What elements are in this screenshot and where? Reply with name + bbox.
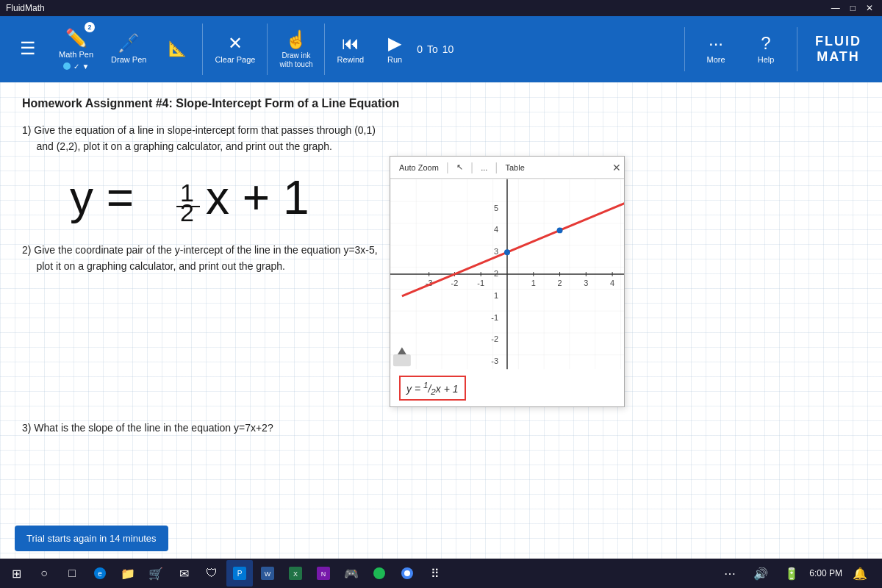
svg-text:W: W: [265, 570, 271, 578]
window-controls: — □ ✕: [828, 3, 876, 13]
eraser-icon: 📐: [168, 40, 187, 57]
pen-dropdown: ▼: [82, 62, 90, 71]
start-button[interactable]: ⊞: [3, 560, 29, 587]
taskbar-battery[interactable]: 🔋: [778, 560, 805, 587]
sep3: [324, 24, 325, 75]
draw-ink-icon: ☝️: [285, 29, 307, 50]
taskbar-file-explorer[interactable]: 📁: [115, 560, 141, 587]
run-icon: ▶: [388, 33, 401, 54]
svg-point-12: [404, 570, 410, 576]
fluid-math-logo: FLUID MATH: [806, 34, 870, 65]
math-pen-label: Math Pen: [59, 50, 93, 60]
question-3: 3) What is the slope of the line in the …: [22, 422, 860, 434]
app-title: FluidMath: [6, 3, 45, 13]
y-label-n3: -3: [491, 356, 498, 365]
draw-ink-label: Draw inkwith touch: [279, 51, 312, 69]
handwritten-equation-svg: y = 1 2 x + 1: [66, 161, 316, 227]
graph-sep3: |: [495, 161, 498, 174]
auto-zoom-button[interactable]: Auto Zoom: [393, 162, 445, 173]
y-label-5: 5: [494, 204, 498, 212]
eraser-button[interactable]: 📐: [155, 16, 199, 82]
spotify-icon: [373, 567, 386, 580]
taskbar-mail[interactable]: ✉: [171, 560, 197, 587]
graph-toolbar: Auto Zoom | ↖ | ... | Table ✕: [390, 157, 624, 179]
taskbar-paint[interactable]: P: [226, 560, 253, 587]
page-area: Homework Assignment #4: Slope-Intercept …: [0, 82, 882, 559]
x-label-n1: -1: [477, 279, 484, 287]
sep2: [267, 24, 268, 75]
taskbar-onenote[interactable]: N: [310, 560, 337, 587]
draw-ink-button[interactable]: ☝️ Draw inkwith touch: [270, 16, 321, 82]
edge-icon: e: [93, 567, 107, 580]
draw-pen-button[interactable]: 🖊️ Draw Pen: [102, 16, 155, 82]
trial-banner: Trial starts again in 14 minutes: [15, 526, 168, 551]
svg-point-10: [373, 567, 385, 579]
taskbar-word[interactable]: W: [254, 560, 281, 587]
minimize-button[interactable]: —: [828, 3, 843, 13]
equation-display-area: y = 1/2x + 1: [390, 370, 624, 406]
taskbar-edge[interactable]: e: [87, 560, 113, 587]
y-label-n1: -1: [491, 313, 498, 322]
taskbar-search[interactable]: ○: [31, 560, 57, 587]
svg-text:P: P: [237, 570, 243, 578]
eq-denominator: 2: [180, 198, 194, 226]
taskbar-volume[interactable]: 🔊: [747, 560, 774, 587]
rewind-button[interactable]: ⏮ Rewind: [328, 16, 373, 82]
taskbar-security[interactable]: 🛡: [198, 560, 225, 587]
clear-page-button[interactable]: ✕ Clear Page: [206, 16, 264, 82]
help-button[interactable]: ? Help: [744, 30, 788, 68]
maximize-button[interactable]: □: [847, 3, 858, 13]
notification-button[interactable]: 🔔: [847, 560, 873, 587]
taskbar-spotify[interactable]: [366, 560, 392, 587]
math-pen-button[interactable]: 2 ✏️ Math Pen ✓ ▼: [50, 16, 102, 82]
expand-btn[interactable]: [393, 354, 411, 366]
svg-text:e: e: [98, 570, 102, 578]
graph-more-button[interactable]: ...: [475, 162, 493, 173]
sep4: [684, 27, 685, 71]
counter-display: 0 To 10: [417, 16, 453, 82]
taskbar: ⊞ ○ □ e 📁 🛒 ✉ 🛡 P W X N 🎮: [0, 559, 882, 588]
excel-icon: X: [289, 567, 302, 580]
time-display: 6:00 PM: [809, 568, 842, 578]
onenote-icon: N: [317, 567, 330, 580]
more-label: More: [706, 55, 725, 65]
graph-close-button[interactable]: ✕: [612, 162, 621, 173]
counter-end: 10: [442, 43, 454, 55]
menu-icon: ☰: [20, 38, 36, 59]
y-label-1: 1: [494, 291, 498, 300]
draw-pen-icon: 🖊️: [118, 33, 140, 54]
clear-page-label: Clear Page: [215, 55, 255, 65]
menu-button[interactable]: ☰: [6, 16, 50, 82]
word-icon: W: [261, 567, 274, 580]
table-button[interactable]: Table: [499, 162, 530, 173]
counter-to: To: [427, 43, 438, 55]
more-button[interactable]: ··· More: [694, 30, 738, 68]
taskbar-taskview[interactable]: □: [59, 560, 85, 587]
close-button[interactable]: ✕: [863, 3, 876, 13]
taskbar-network[interactable]: ⋯: [717, 560, 743, 587]
eq-x-plus-1: x + 1: [206, 171, 309, 224]
taskbar-apps[interactable]: ⠿: [422, 560, 448, 587]
math-pen-badge: 2: [85, 22, 95, 32]
taskbar-excel[interactable]: X: [282, 560, 309, 587]
run-button[interactable]: ▶ Run: [373, 16, 417, 82]
cursor-mode-button[interactable]: ↖: [451, 161, 469, 173]
main-content: Buy FluidMath! Homework Assignment #4: S…: [0, 82, 882, 559]
taskbar-chrome[interactable]: [394, 560, 420, 587]
x-label-1: 1: [531, 279, 536, 287]
logo-fluid: FLUID: [815, 34, 861, 49]
question-1: 1) Give the equation of a line in slope-…: [22, 122, 860, 155]
help-label: Help: [758, 55, 775, 65]
graph-area: -3 -2 -1 1 2 3 4 5 4 3 2 1 -1 -2 -3: [390, 179, 624, 370]
trial-text: Trial starts again in 14 minutes: [26, 533, 157, 544]
equation-display: y = 1/2x + 1: [399, 376, 466, 401]
sep1: [202, 24, 203, 75]
x-label-4: 4: [610, 279, 614, 287]
x-label-3: 3: [584, 279, 588, 287]
taskbar-game[interactable]: 🎮: [338, 560, 365, 587]
taskbar-store[interactable]: 🛒: [143, 560, 169, 587]
sep5: [797, 27, 797, 71]
graph-panel: Auto Zoom | ↖ | ... | Table ✕: [390, 156, 625, 407]
y-label-3: 3: [494, 247, 498, 256]
graph-point-origin: [504, 249, 510, 255]
